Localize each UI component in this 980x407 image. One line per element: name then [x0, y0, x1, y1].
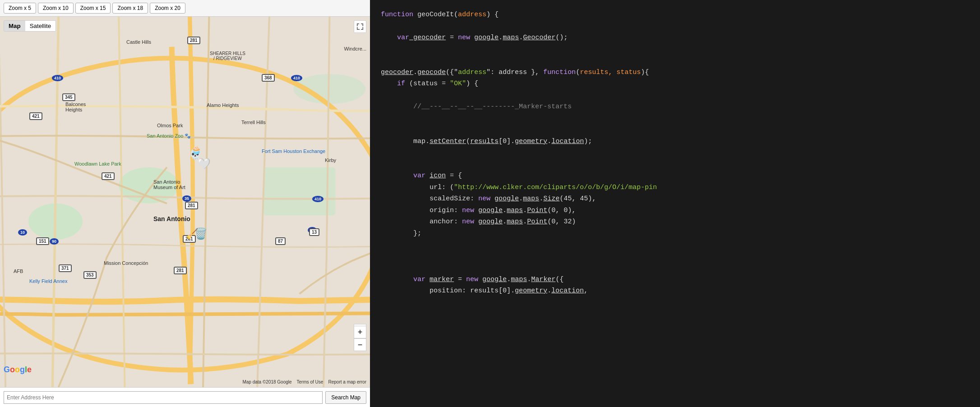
zoom-out-button[interactable]: −: [354, 338, 366, 351]
cupcake-marker: 🧁: [191, 145, 201, 155]
map-badge-371: 371: [59, 264, 72, 272]
map-label-kirby: Kirby: [325, 157, 336, 163]
map-label-alamo-heights: Alamo Heights: [207, 102, 239, 108]
code-line-blank-8: [381, 159, 969, 171]
code-line-url: url: ("http://www.clker.com/cliparts/o/o…: [381, 182, 969, 194]
map-badge-353: 353: [83, 270, 97, 279]
code-line-var-marker: var marker = new google.maps.Marker({: [381, 274, 969, 286]
code-line-blank-11: [381, 262, 969, 274]
map-type-map-button[interactable]: Map: [4, 21, 25, 31]
map-label-museum: San AntonioMuseum of Art: [153, 179, 185, 190]
map-label-shearer: SHEARER HILLS/ RIDGEVIEW: [210, 51, 245, 61]
map-label-kelly: Kelly Field Annex: [29, 278, 67, 284]
code-line-setcenter: map.setCenter(results[0].geometry.locati…: [381, 136, 969, 148]
map-type-satellite-button[interactable]: Satellite: [25, 21, 55, 31]
map-badge-13: 13: [309, 227, 319, 236]
map-label-afb: AFB: [14, 268, 23, 274]
map-badge-421-2: 421: [102, 171, 115, 180]
zoom-20-button[interactable]: Zoom x 20: [150, 3, 185, 14]
code-line-blank-2: [381, 44, 969, 56]
map-badge-151: 151: [36, 236, 49, 245]
map-badge-345: 345: [62, 92, 75, 101]
code-line-if: if (status = "OK") {: [381, 78, 969, 90]
map-attribution: Map data ©2018 Google Terms of Use Repor…: [242, 379, 366, 384]
code-line-origin: origin: new google.maps.Point(0, 0),: [381, 205, 969, 217]
map-label-mission: Mission Concepción: [104, 260, 148, 266]
search-map-button[interactable]: Search Map: [325, 391, 366, 404]
map-label-san-antonio: San Antonio: [153, 215, 190, 222]
keyword-function: function: [381, 11, 413, 18]
map-badge-i10-left: 10: [18, 227, 27, 236]
zoom-10-button[interactable]: Zoom x 10: [38, 3, 74, 14]
code-line-blank-3: [381, 55, 969, 67]
zoom-toolbar: Zoom x 5 Zoom x 10 Zoom x 15 Zoom x 18 Z…: [0, 0, 370, 17]
map-label-olmos-park: Olmos Park: [157, 123, 183, 128]
code-line-blank-5: [381, 113, 969, 125]
map-badge-87: 87: [275, 236, 286, 245]
map-type-toggle: Map Satellite: [4, 20, 56, 32]
code-editor-panel: function geoCodeIt(address) { var geocod…: [370, 0, 980, 407]
code-line-var-icon: var icon = {: [381, 170, 969, 182]
map-badge-410-left: 410: [52, 73, 63, 81]
map-badge-410-right: 410: [291, 73, 302, 81]
zoom-controls: + −: [354, 326, 366, 351]
map-label-fort-sam: Fort Sam Houston Exchange: [262, 148, 316, 154]
map-label-terrell-hills: Terrell Hills: [241, 120, 266, 125]
code-line-position: position: results[0].geometry.location,: [381, 285, 969, 297]
code-line-geocode: geocoder.geocode({"address": address }, …: [381, 67, 969, 79]
map-label-castle-hills: Castle Hills: [126, 39, 151, 45]
briefcase-marker: 🧹: [186, 228, 198, 240]
map-bottom-bar: Search Map: [0, 387, 370, 407]
map-badge-281: 281: [187, 36, 200, 44]
map-label-balcones: BalconesHeights: [65, 102, 86, 112]
code-line-blank-6: [381, 124, 969, 136]
terms-of-use-link[interactable]: Terms of Use: [296, 379, 323, 384]
map-label-woodlawn: Woodlawn Lake Park: [74, 161, 121, 166]
map-label-zoo: San Antonio Zoo 🐾: [147, 133, 191, 139]
map-badge-i90: 90: [50, 236, 59, 245]
code-line-blank-4: [381, 90, 969, 102]
map-badge-281-2: 281: [185, 201, 198, 209]
map-badge-368: 368: [262, 73, 275, 82]
map-label-windcrest: Windcre...: [344, 46, 366, 51]
code-line-blank-1: [381, 21, 969, 32]
zoom-15-button[interactable]: Zoom x 15: [75, 3, 111, 14]
zoom-18-button[interactable]: Zoom x 18: [112, 3, 148, 14]
map-badge-281-4: 281: [174, 266, 187, 274]
report-map-error-link[interactable]: Report a map error: [328, 379, 366, 384]
code-line-blank-7: [381, 147, 969, 159]
code-line-geocoder: var geocoder = new google.maps.Geocoder(…: [381, 32, 969, 44]
map-badge-421: 421: [29, 111, 42, 120]
code-line-1: function geoCodeIt(address) {: [381, 9, 969, 21]
address-input[interactable]: [4, 391, 323, 404]
code-line-anchor: anchor: new google.maps.Point(0, 32): [381, 216, 969, 228]
map-panel: Zoom x 5 Zoom x 10 Zoom x 15 Zoom x 18 Z…: [0, 0, 370, 407]
code-line-comment: //__---__--__--__--------_Marker-starts: [381, 101, 969, 113]
code-line-scaledsize: scaledSize: new google.maps.Size(45, 45)…: [381, 193, 969, 205]
code-line-blank-10: [381, 251, 969, 263]
google-logo: Google: [4, 365, 32, 375]
map-container[interactable]: Map Satellite: [0, 17, 370, 387]
map-badge-410-3: 410: [312, 194, 324, 202]
fullscreen-button[interactable]: [354, 20, 366, 33]
code-line-close-icon: };: [381, 228, 969, 240]
svg-rect-3: [263, 167, 336, 216]
code-line-blank-9: [381, 239, 969, 251]
map-data-text: Map data ©2018 Google: [242, 379, 291, 384]
zoom-in-button[interactable]: +: [354, 326, 366, 338]
zoom-5-button[interactable]: Zoom x 5: [4, 3, 36, 14]
